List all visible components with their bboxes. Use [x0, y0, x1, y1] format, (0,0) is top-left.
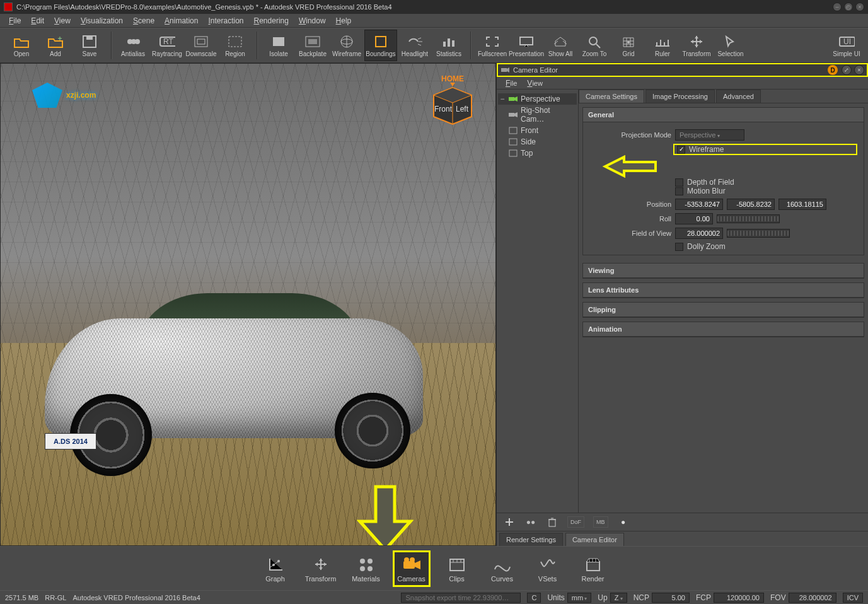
antialias-button[interactable]: Antialias — [117, 30, 149, 61]
ncp-input[interactable]: 5.00 — [652, 593, 690, 603]
menu-scene[interactable]: Scene — [128, 15, 159, 26]
minimize-button[interactable]: – — [833, 3, 842, 11]
panel-menu-view[interactable]: View — [522, 78, 548, 88]
menu-help[interactable]: Help — [331, 15, 357, 26]
materials-module-button[interactable]: Materials — [347, 550, 385, 587]
selection-button[interactable]: Selection — [714, 30, 747, 61]
downscale-button[interactable]: Downscale — [185, 30, 217, 61]
isolate-button[interactable]: Isolate — [262, 30, 295, 61]
camera-tree-item[interactable]: Rig-Shot Cam… — [498, 105, 577, 125]
dof-checkbox[interactable]: Depth of Field — [675, 178, 857, 187]
general-header[interactable]: General — [583, 108, 864, 122]
menu-visualization[interactable]: Visualization — [76, 15, 128, 26]
menu-edit[interactable]: Edit — [26, 15, 49, 26]
raytracing-button[interactable]: RTRaytracing — [151, 30, 183, 61]
region-button[interactable]: Region — [219, 30, 252, 61]
panel-undock-button[interactable]: ⤢ — [842, 65, 852, 75]
backplate-icon — [304, 34, 321, 49]
save-button[interactable]: Save — [73, 30, 106, 61]
ruler-button[interactable]: Ruler — [646, 30, 679, 61]
presentation-button[interactable]: Presentation — [510, 30, 543, 61]
position-y-input[interactable]: -5805.8232 — [727, 199, 775, 210]
headlight-button[interactable]: Headlight — [398, 30, 431, 61]
dolly-checkbox[interactable]: Dolly Zoom — [675, 242, 857, 251]
section-header[interactable]: Lens Attributes — [583, 283, 864, 298]
zoomto-button[interactable]: Zoom To — [578, 30, 611, 61]
fcp-input[interactable]: 120000.00 — [714, 593, 764, 603]
panel-close-button[interactable]: × — [854, 65, 864, 75]
fov-slider[interactable] — [727, 229, 790, 238]
cameras-module-button[interactable]: Cameras — [393, 550, 431, 587]
camera-tree-item[interactable]: Front — [498, 125, 577, 136]
svg-rect-37 — [509, 139, 517, 145]
showall-button[interactable]: Show All — [544, 30, 577, 61]
c-button[interactable]: C — [527, 593, 541, 603]
icv-button[interactable]: ICV — [843, 593, 863, 603]
up-select[interactable]: Z — [610, 593, 627, 603]
maximize-button[interactable]: ◴ — [844, 3, 853, 11]
viewcube-home-label[interactable]: HOME — [441, 74, 464, 83]
backplate-button[interactable]: Backplate — [296, 30, 329, 61]
simpleui-button[interactable]: UISimple UI — [830, 30, 863, 61]
dof-toggle[interactable]: DoF — [567, 516, 584, 528]
camera-tree-item[interactable]: −Perspective — [498, 93, 577, 105]
add-camera-button[interactable] — [503, 516, 516, 528]
graph-module-button[interactable]: Graph — [257, 550, 294, 587]
expand-icon[interactable]: − — [499, 95, 506, 103]
curves-module-button[interactable]: Curves — [483, 550, 521, 587]
roll-input[interactable]: 0.00 — [675, 213, 713, 224]
units-select[interactable]: mm — [567, 593, 592, 603]
wireframe-checkbox[interactable]: Wireframe — [673, 144, 857, 155]
menu-file[interactable]: File — [4, 15, 26, 26]
menu-animation[interactable]: Animation — [159, 15, 203, 26]
section-header[interactable]: Clipping — [583, 303, 864, 317]
tab-image-processing[interactable]: Image Processing — [645, 90, 715, 103]
fov-input[interactable]: 28.000002 — [675, 228, 723, 239]
grid-button[interactable]: Grid — [612, 30, 645, 61]
position-z-input[interactable]: 1603.18115 — [778, 199, 826, 210]
motionblur-checkbox[interactable]: Motion Blur — [675, 187, 857, 195]
viewcube-front[interactable]: Front — [434, 105, 453, 113]
duplicate-camera-button[interactable]: ●● — [524, 516, 537, 528]
fov-status-input[interactable]: 28.000002 — [789, 593, 836, 603]
fullscreen-button[interactable]: Fullscreen — [476, 30, 509, 61]
dolly-label: Dolly Zoom — [687, 242, 726, 251]
camera-tree[interactable]: −PerspectiveRig-Shot Cam…FrontSideTop — [497, 90, 579, 513]
panel-bottom-tab[interactable]: Render Settings — [499, 533, 563, 546]
camera-tree-item[interactable]: Top — [498, 148, 577, 159]
panel-menu-file[interactable]: File — [501, 78, 522, 88]
viewcube-left[interactable]: Left — [456, 105, 469, 113]
section-header[interactable]: Viewing — [583, 264, 864, 278]
boundings-button[interactable]: Boundings — [364, 30, 397, 61]
viewport[interactable]: A.DS 2014 HOME Front Left xzji.com — [0, 63, 496, 546]
statistics-button[interactable]: Statistics — [432, 30, 465, 61]
camera-tree-item[interactable]: Side — [498, 136, 577, 148]
record-button[interactable]: ● — [617, 516, 630, 528]
projection-mode-label: Projection Mode — [589, 131, 671, 139]
menu-rendering[interactable]: Rendering — [249, 15, 294, 26]
render-module-button[interactable]: Render — [574, 550, 612, 587]
view-cube[interactable]: HOME Front Left — [426, 76, 479, 129]
menu-interaction[interactable]: Interaction — [203, 15, 248, 26]
add-button[interactable]: Add — [39, 30, 72, 61]
section-header[interactable]: Animation — [583, 322, 864, 337]
open-button[interactable]: Open — [5, 30, 38, 61]
delete-camera-button[interactable] — [546, 516, 558, 528]
tab-camera-settings[interactable]: Camera Settings — [579, 90, 644, 103]
mb-toggle[interactable]: MB — [593, 516, 608, 528]
panel-bottom-tab[interactable]: Camera Editor — [565, 533, 624, 546]
menu-window[interactable]: Window — [294, 15, 331, 26]
close-button[interactable]: × — [855, 3, 864, 11]
transform-button[interactable]: Transform — [680, 30, 713, 61]
projection-mode-select[interactable]: Perspective — [675, 129, 744, 141]
selection-icon — [722, 34, 739, 49]
menu-view[interactable]: View — [49, 15, 76, 26]
transform-module-button[interactable]: Transform — [302, 550, 340, 587]
wireframe-button[interactable]: Wireframe — [330, 30, 363, 61]
position-x-input[interactable]: -5353.8247 — [675, 199, 723, 210]
car-model[interactable]: A.DS 2014 — [32, 287, 436, 476]
vsets-module-button[interactable]: VSets — [529, 550, 567, 587]
clips-module-button[interactable]: Clips — [438, 550, 476, 587]
roll-slider[interactable] — [717, 214, 780, 223]
tab-advanced[interactable]: Advanced — [716, 90, 761, 103]
